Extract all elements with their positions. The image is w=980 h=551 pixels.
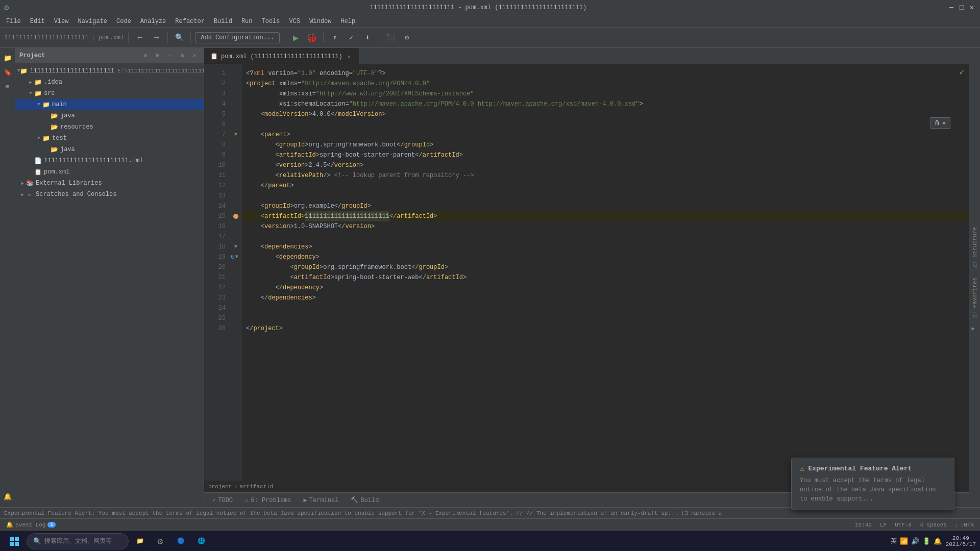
tree-scratches[interactable]: ▶ ✏ Scratches and Consoles xyxy=(15,189,204,200)
vcs-push-button[interactable]: ⬇ xyxy=(360,31,375,45)
breadcrumb-artifactid[interactable]: artifactId xyxy=(239,484,273,490)
menu-help[interactable]: Help xyxy=(336,17,359,26)
menu-code[interactable]: Code xyxy=(112,17,135,26)
menu-navigate[interactable]: Navigate xyxy=(74,17,111,26)
event-log-count: 1 xyxy=(47,522,56,528)
tree-iml[interactable]: ▶ 📄 11111111111111111111111.iml xyxy=(15,155,204,166)
bottom-tab-problems[interactable]: ⚠ 6: Problems xyxy=(241,495,295,505)
menu-file[interactable]: File xyxy=(2,17,25,26)
tree-external-libs[interactable]: ▶ 📚 External Libraries xyxy=(15,178,204,189)
panel-settings-button[interactable]: ⚙ xyxy=(140,51,151,61)
debug-button[interactable]: 🐞 xyxy=(305,31,319,45)
panel-gear-button[interactable]: ≡ xyxy=(177,51,187,61)
vcs-commit-button[interactable]: ✓ xyxy=(344,31,358,45)
taskbar-lang-icon[interactable]: 英 xyxy=(891,537,897,545)
bottom-tab-build[interactable]: 🔨 Build xyxy=(347,495,383,505)
taskbar-speaker-icon[interactable]: 🔊 xyxy=(911,537,919,545)
tab-pom-close[interactable]: ✕ xyxy=(346,53,353,60)
tree-java-test[interactable]: ▶ 📂 java xyxy=(15,144,204,155)
status-utf8[interactable]: UTF-8 xyxy=(893,522,914,528)
taskbar-app-idea[interactable]: ⚙ xyxy=(151,532,169,550)
title-bar: ⚙ 11111111111111111111111 - pom.xml (111… xyxy=(0,0,980,15)
menu-build[interactable]: Build xyxy=(210,17,236,26)
add-configuration-button[interactable]: Add Configuration... xyxy=(195,32,280,43)
status-lf[interactable]: LF xyxy=(878,522,889,528)
favorites-tab-label[interactable]: 2: Favorites xyxy=(972,273,978,322)
panel-expand-button[interactable]: ⊞ xyxy=(153,51,163,61)
bookmarks-icon[interactable]: 🔖 xyxy=(2,66,14,79)
menu-edit[interactable]: Edit xyxy=(26,17,49,26)
svg-rect-1 xyxy=(15,537,19,541)
code-line-13 xyxy=(242,191,969,201)
tree-root[interactable]: ▼ 📁 11111111111111111111111 E:\111111111… xyxy=(15,65,204,77)
editor-tab-pom[interactable]: 📋 pom.xml (11111111111111111111111) ✕ xyxy=(204,48,359,64)
idea-label: .idea xyxy=(44,79,62,86)
notification-warning-icon: ⚠ xyxy=(800,464,804,473)
taskbar-network-icon[interactable]: 📶 xyxy=(900,537,908,545)
maven-inline-widget[interactable]: m̄ ✕ xyxy=(930,117,950,129)
structure-tab-label[interactable]: Z: Structure xyxy=(972,223,978,271)
code-line-11: <relativePath/> <!-- lookup parent from … xyxy=(242,170,969,181)
file-tree: ▼ 📁 11111111111111111111111 E:\111111111… xyxy=(15,63,204,507)
line-numbers: 12345 678910 1112131415 1617181920 21222… xyxy=(204,64,230,481)
run-button[interactable]: ▶ xyxy=(288,31,303,45)
menu-tools[interactable]: Tools xyxy=(258,17,284,26)
menu-window[interactable]: Window xyxy=(305,17,335,26)
menu-analyze[interactable]: Analyze xyxy=(136,17,170,26)
menu-view[interactable]: View xyxy=(50,17,73,26)
menu-refactor[interactable]: Refactor xyxy=(171,17,209,26)
menu-run[interactable]: Run xyxy=(237,17,257,26)
panel-collapse-button[interactable]: — xyxy=(165,51,175,61)
scratches-label: Scratches and Consoles xyxy=(36,191,116,198)
bottom-tab-todo[interactable]: ✓ TODO xyxy=(208,495,237,505)
structure-icon[interactable]: ≡ xyxy=(2,81,14,93)
forward-button[interactable]: → xyxy=(149,31,163,45)
status-event-log[interactable]: 🔔 Event Log 1 xyxy=(4,521,58,528)
taskbar-clock[interactable]: 20:49 2021/5/17 xyxy=(946,535,976,547)
tree-test[interactable]: ▼ 📁 test xyxy=(15,133,204,144)
code-line-18: <dependencies> xyxy=(242,242,969,252)
search-everywhere-button[interactable]: 🔍 xyxy=(172,31,186,45)
bottom-tab-terminal[interactable]: ▶ Terminal xyxy=(300,495,343,505)
panel-close-button[interactable]: ✕ xyxy=(189,51,200,61)
terminal-label: Terminal xyxy=(309,497,339,504)
tree-idea[interactable]: ▶ 📁 .idea xyxy=(15,77,204,88)
back-button[interactable]: ← xyxy=(133,31,147,45)
code-line-9: <artifactId>spring-boot-starter-parent</… xyxy=(242,150,969,160)
star-icon[interactable]: ★ xyxy=(971,324,979,332)
taskbar-app-browser1[interactable]: 🔵 xyxy=(172,532,190,550)
code-line-23: </dependencies> xyxy=(242,293,969,303)
tree-main[interactable]: ▼ 📁 main xyxy=(15,99,204,110)
notifications-icon[interactable]: 🔔 xyxy=(2,491,14,503)
taskbar-search-box[interactable]: 🔍 搜索应用、文档、网页等 xyxy=(27,533,129,549)
file-name-label: pom.xml xyxy=(99,34,124,41)
status-git[interactable]: ↓ ↓N/A xyxy=(953,522,976,528)
code-line-26: </project> xyxy=(242,323,969,334)
menu-vcs[interactable]: VCS xyxy=(285,17,305,26)
status-line-col[interactable]: 15:49 xyxy=(853,522,874,528)
editor-config-button[interactable]: ⚙ xyxy=(400,31,414,45)
tree-resources[interactable]: ▶ 📂 resources xyxy=(15,121,204,133)
close-button[interactable]: ✕ xyxy=(968,4,976,12)
maximize-button[interactable]: □ xyxy=(958,4,966,12)
vcs-update-button[interactable]: ⬆ xyxy=(328,31,342,45)
start-button[interactable] xyxy=(4,533,24,549)
taskbar-app-browser2[interactable]: 🌐 xyxy=(192,532,210,550)
tree-pom[interactable]: ▶ 📋 pom.xml xyxy=(15,166,204,178)
code-line-17 xyxy=(242,232,969,242)
project-view-icon[interactable]: 📁 xyxy=(2,52,14,64)
minimize-button[interactable]: ─ xyxy=(947,4,955,12)
code-content[interactable]: <?xml version="1.0" encoding="UTF-8" ?> … xyxy=(242,64,969,481)
taskbar-notification-icon[interactable]: 🔔 xyxy=(934,537,942,545)
taskbar-battery-icon[interactable]: 🔋 xyxy=(922,537,930,545)
taskbar-file-explorer[interactable]: 📁 xyxy=(131,532,149,550)
ext-libs-label: External Libraries xyxy=(36,180,102,187)
terminal-button[interactable]: ⬛ xyxy=(383,31,398,45)
tree-src[interactable]: ▼ 📁 src xyxy=(15,88,204,99)
breadcrumb-project[interactable]: project xyxy=(208,484,232,490)
status-indent[interactable]: 4 spaces xyxy=(918,522,949,528)
maven-close[interactable]: ✕ xyxy=(942,119,946,127)
window-title: 11111111111111111111111 - pom.xml (11111… xyxy=(13,4,943,11)
tree-java-main[interactable]: ▶ 📂 java xyxy=(15,110,204,121)
problems-icon: ⚠ xyxy=(245,496,249,504)
